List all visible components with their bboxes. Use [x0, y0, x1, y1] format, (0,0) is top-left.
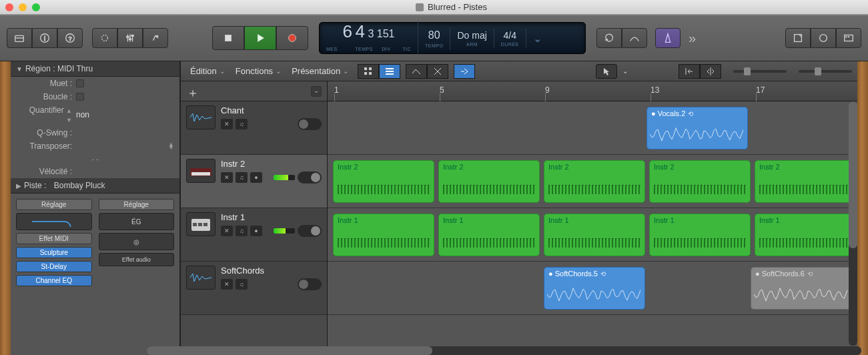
- enable-switch[interactable]: [298, 225, 322, 237]
- close-window-button[interactable]: [5, 3, 13, 11]
- lcd-dropdown-icon[interactable]: ⌄: [526, 31, 548, 46]
- view-grid-button[interactable]: [358, 64, 379, 79]
- region[interactable]: Instr 2: [333, 160, 434, 203]
- stereo-slot[interactable]: ◎: [99, 233, 175, 250]
- track-name[interactable]: Chant: [221, 105, 322, 115]
- quantize-value[interactable]: non: [76, 110, 89, 119]
- mute-button[interactable]: ✕: [221, 279, 233, 290]
- lcd-division[interactable]: 3: [368, 28, 374, 39]
- track-lane[interactable]: Instr 2Instr 2Instr 2Instr 2Instr 2: [328, 155, 857, 208]
- lcd-tick[interactable]: 151: [377, 28, 395, 39]
- record-enable-button[interactable]: ●: [250, 172, 262, 183]
- track-lane[interactable]: ● SoftChords.5 ⟲● SoftChords.6 ⟲: [328, 262, 857, 315]
- track-lane[interactable]: Instr 1Instr 1Instr 1Instr 1Instr 1: [328, 208, 857, 262]
- horizontal-scrollbar[interactable]: [147, 346, 861, 355]
- v-zoom-slider[interactable]: [733, 70, 787, 73]
- enable-switch[interactable]: [298, 118, 322, 130]
- track-instrument-icon[interactable]: [186, 159, 215, 183]
- toolbar-more-icon[interactable]: »: [685, 31, 700, 46]
- eq-slot[interactable]: ÉG: [99, 213, 175, 230]
- lcd-signature[interactable]: 4/4: [501, 29, 519, 43]
- track-lane[interactable]: ● Vocals.2 ⟲: [328, 101, 857, 155]
- region[interactable]: Instr 1: [333, 214, 434, 256]
- loops-button[interactable]: [811, 28, 836, 48]
- metronome-button[interactable]: [655, 28, 681, 48]
- enable-switch[interactable]: [298, 171, 322, 184]
- vertical-scrollbar[interactable]: [849, 101, 857, 346]
- region[interactable]: ● SoftChords.5 ⟲: [544, 267, 645, 310]
- region[interactable]: Instr 2: [755, 160, 856, 203]
- smart-controls-button[interactable]: [92, 28, 117, 48]
- automation-button[interactable]: [406, 64, 427, 79]
- track-instrument-icon[interactable]: [186, 266, 215, 290]
- track-instrument-icon[interactable]: [186, 105, 215, 129]
- notepad-button[interactable]: [785, 28, 811, 48]
- mute-checkbox[interactable]: [76, 79, 84, 87]
- record-enable-button[interactable]: ●: [250, 226, 262, 236]
- h-zoom-slider[interactable]: [799, 70, 852, 73]
- track-header[interactable]: Instr 1✕♫●: [181, 208, 327, 262]
- menu-edition[interactable]: Édition ⌄: [186, 65, 229, 77]
- play-button[interactable]: [244, 26, 276, 50]
- track-name[interactable]: SoftChords: [221, 266, 322, 276]
- inspector-region-header[interactable]: ▼ Région : MIDI Thru: [11, 61, 179, 77]
- instrument-slot[interactable]: Sculpture: [16, 247, 92, 258]
- region[interactable]: Instr 2: [544, 160, 645, 203]
- region[interactable]: Instr 1: [649, 214, 751, 256]
- audio-effect-slot[interactable]: St-Delay: [16, 261, 92, 272]
- region[interactable]: ● Vocals.2 ⟲: [646, 107, 748, 149]
- add-track-button[interactable]: ＋: [186, 85, 199, 98]
- solo-button[interactable]: ♫: [236, 172, 248, 183]
- lcd-measure[interactable]: 6: [343, 21, 352, 41]
- setting-button[interactable]: Réglage: [99, 199, 175, 210]
- lcd-display[interactable]: 6 4 3 151 MES TEMPS DIV TIC 80 TEMPO Do …: [319, 22, 586, 54]
- menu-fonctions[interactable]: Fonctions ⌄: [232, 65, 285, 77]
- lcd-beat[interactable]: 4: [355, 21, 364, 41]
- autopunch-button[interactable]: [622, 28, 647, 48]
- mute-button[interactable]: ✕: [221, 119, 233, 129]
- track-name[interactable]: Instr 2: [221, 159, 322, 169]
- media-browser-button[interactable]: [836, 28, 861, 48]
- track-name[interactable]: Instr 1: [221, 212, 322, 222]
- stepper-icon[interactable]: ▲▼: [66, 107, 72, 123]
- lcd-key[interactable]: Do maj: [457, 29, 486, 43]
- arrange-area[interactable]: 1591317 ● Vocals.2 ⟲Instr 2Instr 2Instr …: [328, 81, 857, 355]
- library-button[interactable]: [7, 28, 32, 48]
- solo-button[interactable]: ♫: [236, 279, 248, 290]
- inspector-button[interactable]: i: [32, 28, 57, 48]
- inspector-track-header[interactable]: ▶ Piste : Bombay Pluck: [11, 178, 179, 194]
- region[interactable]: Instr 2: [649, 160, 751, 203]
- menu-presentation[interactable]: Présentation ⌄: [288, 65, 352, 77]
- loop-checkbox[interactable]: [76, 93, 84, 101]
- editors-button[interactable]: [143, 28, 168, 48]
- track-header[interactable]: Instr 2✕♫●: [181, 155, 327, 208]
- mute-button[interactable]: ✕: [221, 172, 233, 183]
- lcd-tempo[interactable]: 80: [425, 28, 443, 43]
- midi-effect-slot[interactable]: Effet MIDI: [16, 233, 92, 244]
- stepper-icon[interactable]: ▲▼: [168, 143, 174, 149]
- global-tracks-toggle[interactable]: ⌄: [311, 86, 322, 97]
- track-header[interactable]: Chant✕♫: [181, 101, 327, 155]
- track-header[interactable]: SoftChords✕♫: [181, 262, 327, 315]
- cycle-button[interactable]: [596, 28, 622, 48]
- flex-button[interactable]: [427, 64, 448, 79]
- stop-button[interactable]: [212, 26, 244, 50]
- region[interactable]: Instr 2: [438, 160, 540, 203]
- minimize-window-button[interactable]: [19, 3, 27, 11]
- setting-button[interactable]: Réglage: [16, 199, 92, 210]
- help-button[interactable]: ?: [57, 28, 83, 48]
- catch-playhead-button[interactable]: [454, 64, 475, 79]
- timeline-ruler[interactable]: 1591317: [328, 81, 857, 101]
- solo-button[interactable]: ♫: [236, 226, 248, 236]
- solo-button[interactable]: ♫: [236, 119, 248, 129]
- mixer-button[interactable]: [117, 28, 143, 48]
- region[interactable]: Instr 1: [438, 214, 540, 256]
- region[interactable]: ● SoftChords.6 ⟲: [751, 267, 857, 310]
- snap-left-button[interactable]: [679, 64, 700, 79]
- region[interactable]: Instr 1: [544, 214, 645, 256]
- snap-center-button[interactable]: [700, 64, 721, 79]
- eq-thumbnail[interactable]: [16, 213, 92, 230]
- audio-effect-slot[interactable]: Effet audio: [99, 253, 175, 266]
- zoom-window-button[interactable]: [32, 3, 40, 11]
- track-instrument-icon[interactable]: [186, 212, 215, 236]
